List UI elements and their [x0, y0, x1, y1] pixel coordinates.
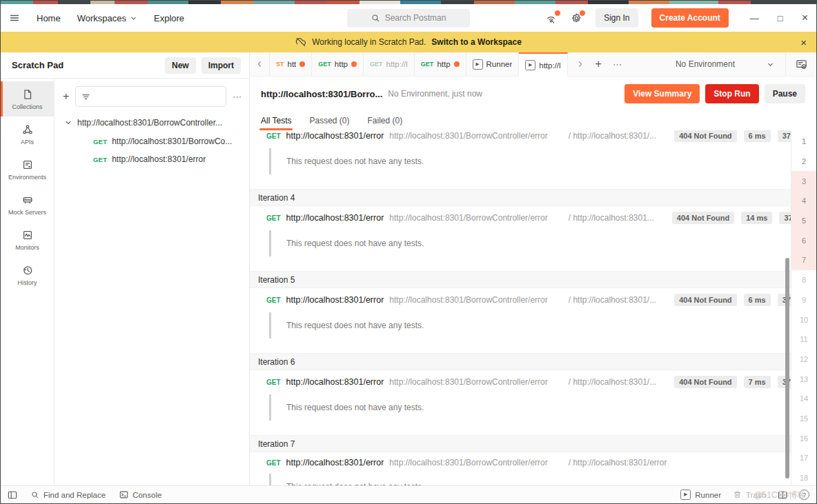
- filter-input[interactable]: [95, 91, 220, 102]
- new-tab-button[interactable]: +: [595, 59, 602, 70]
- method-label: GET: [93, 138, 107, 145]
- add-collection-button[interactable]: +: [63, 91, 69, 102]
- import-button[interactable]: Import: [201, 57, 241, 74]
- new-button[interactable]: New: [165, 57, 196, 74]
- trash-button[interactable]: Trash: [733, 490, 766, 499]
- create-account-button[interactable]: Create Account: [651, 8, 729, 28]
- iteration-number[interactable]: 12: [791, 350, 816, 370]
- nav-explore[interactable]: Explore: [154, 13, 184, 23]
- collection-options-icon[interactable]: ⋯: [233, 92, 242, 102]
- iteration-number[interactable]: 1: [791, 132, 816, 152]
- sidebar-toggle-icon[interactable]: [8, 490, 17, 500]
- iteration-number[interactable]: 4: [791, 191, 816, 211]
- runner-icon: ▶: [680, 490, 691, 500]
- result-request-row[interactable]: GET http://localhost:8301/error http://l…: [250, 288, 791, 311]
- console-icon: [119, 490, 128, 499]
- status-bar: Find and Replace Console ▶ Runner Trash …: [1, 485, 816, 503]
- status-badge: 404 Not Found: [674, 294, 736, 306]
- iteration-number[interactable]: 11: [791, 330, 816, 350]
- iteration-number[interactable]: 17: [791, 448, 816, 468]
- unsaved-dot: [299, 61, 305, 67]
- iteration-number[interactable]: 6: [791, 230, 816, 250]
- find-and-replace-button[interactable]: Find and Replace: [31, 491, 106, 499]
- request-tab-1[interactable]: ST htt: [269, 52, 312, 76]
- iteration-number[interactable]: 7: [791, 250, 816, 270]
- tab-failed[interactable]: Failed (0): [368, 111, 403, 130]
- pause-button[interactable]: Pause: [765, 84, 805, 103]
- environment-selector[interactable]: No Environment: [665, 52, 785, 76]
- sidebar-item-environments[interactable]: Environments: [1, 152, 54, 187]
- iteration-number[interactable]: 14: [791, 389, 816, 409]
- window-maximize-button[interactable]: □: [778, 13, 783, 23]
- iteration-number[interactable]: 13: [791, 369, 816, 389]
- result-request-row[interactable]: GET http://localhost:8301/error http://l…: [250, 130, 791, 147]
- tab-passed[interactable]: Passed (0): [309, 111, 349, 130]
- result-request-row[interactable]: GET http://localhost:8301/error http://l…: [250, 452, 791, 472]
- switch-workspace-link[interactable]: Switch to a Workspace: [431, 37, 521, 47]
- request-row[interactable]: GET http://localhost:8301/error: [55, 150, 249, 168]
- result-request-row[interactable]: GET http://localhost:8301/error http://l…: [250, 370, 791, 393]
- trash-icon: [733, 490, 742, 499]
- iteration-number[interactable]: 5: [791, 211, 816, 231]
- console-button[interactable]: Console: [119, 490, 161, 499]
- results-scrollbar[interactable]: [784, 130, 791, 485]
- view-summary-button[interactable]: View Summary: [624, 84, 700, 103]
- sidebar-rail: Collections APIs Environments Mock Serve…: [1, 79, 55, 485]
- iteration-number[interactable]: 8: [791, 270, 816, 290]
- runner-button[interactable]: ▶ Runner: [680, 490, 721, 500]
- chevron-down-icon[interactable]: [64, 119, 72, 127]
- tabs-scroll-right-icon[interactable]: [576, 60, 584, 68]
- collection-row[interactable]: http://localhost:8301/BorrowController..…: [55, 113, 249, 132]
- iteration-number[interactable]: 3: [791, 171, 816, 191]
- no-tests-message: This request does not have any tests.: [269, 148, 791, 174]
- request-row[interactable]: GET http://localhost:8301/BorrowCo...: [55, 132, 249, 150]
- search-input[interactable]: Search Postman: [347, 9, 470, 28]
- iteration-strip[interactable]: 1 2 3 4 5 6 7 8 9 10 11 12 13 14 15 16 1: [791, 130, 816, 485]
- runner-icon: ▶: [473, 59, 483, 70]
- status-badge: 404 Not Found: [674, 130, 736, 142]
- search-placeholder: Search Postman: [385, 13, 446, 23]
- no-tests-message: This request does not have any tests.: [269, 312, 791, 339]
- request-tab-3[interactable]: GET http://l: [364, 52, 415, 76]
- collection-name: http://localhost:8301/BorrowController..…: [77, 118, 222, 128]
- iteration-number[interactable]: 16: [791, 428, 816, 448]
- nav-home[interactable]: Home: [37, 13, 61, 23]
- request-url: http://localhost:8301/BorrowCo...: [112, 137, 232, 146]
- nav-workspaces[interactable]: Workspaces: [77, 13, 137, 23]
- filter-input-wrap[interactable]: [75, 86, 226, 107]
- sidebar-item-mock-servers[interactable]: Mock Servers: [1, 187, 54, 222]
- tab-options-icon[interactable]: ⋯: [613, 59, 622, 70]
- iteration-number[interactable]: 15: [791, 409, 816, 429]
- sidebar-item-collections[interactable]: Collections: [1, 81, 54, 117]
- request-tab-4[interactable]: GET http: [415, 52, 466, 76]
- window-minimize-button[interactable]: —: [750, 13, 759, 23]
- sign-in-button[interactable]: Sign In: [595, 8, 638, 28]
- mock-servers-icon: [22, 194, 33, 205]
- window-close-button[interactable]: ×: [802, 12, 808, 24]
- tab-all-tests[interactable]: All Tests: [261, 111, 291, 130]
- search-icon: [371, 14, 380, 23]
- postman-window: Home Workspaces Explore Search Postman S…: [0, 0, 817, 504]
- gear-icon[interactable]: [571, 12, 582, 24]
- active-runner-tab[interactable]: ▶ http://l: [519, 52, 567, 77]
- sidebar-item-history[interactable]: History: [1, 257, 54, 292]
- stop-run-button[interactable]: Stop Run: [705, 84, 758, 103]
- split-pane-icon[interactable]: [778, 490, 787, 500]
- satellite-icon[interactable]: [546, 12, 558, 24]
- request-tab-2[interactable]: GET http: [312, 52, 364, 76]
- banner-close-icon[interactable]: ×: [800, 37, 807, 48]
- iteration-number[interactable]: 10: [791, 310, 816, 330]
- run-results-panel[interactable]: GET http://localhost:8301/error http://l…: [250, 130, 791, 485]
- hamburger-menu-icon[interactable]: [9, 12, 20, 23]
- iteration-number[interactable]: 9: [791, 290, 816, 310]
- runner-tab[interactable]: ▶ Runner: [466, 52, 520, 76]
- sidebar-item-apis[interactable]: APIs: [1, 117, 54, 152]
- time-badge: 6 ms: [744, 294, 771, 306]
- tabs-scroll-left-icon[interactable]: [250, 52, 269, 76]
- environment-quick-look-icon[interactable]: [785, 52, 816, 76]
- scrollbar-thumb[interactable]: [785, 258, 789, 478]
- result-request-row[interactable]: GET http://localhost:8301/error http://l…: [250, 206, 791, 229]
- help-icon[interactable]: ?: [799, 490, 809, 500]
- iteration-number[interactable]: 2: [791, 152, 816, 172]
- sidebar-item-monitors[interactable]: Monitors: [1, 222, 54, 257]
